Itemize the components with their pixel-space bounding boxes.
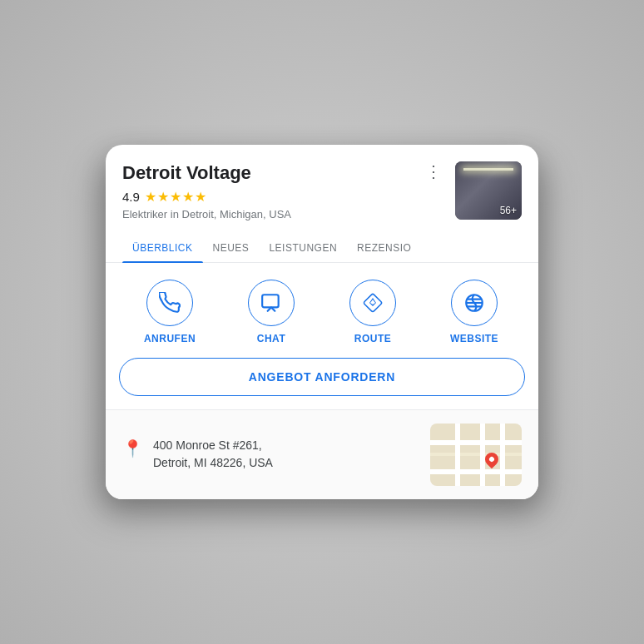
cta-button[interactable]: ANGEBOT ANFORDERN	[119, 358, 525, 396]
card-header: Detroit Voltage 4.9 ★ ★ ★ ★ ★ Elektriker…	[106, 145, 538, 220]
map-thumbnail[interactable]	[430, 424, 522, 486]
stars: ★ ★ ★ ★ ★	[145, 189, 206, 205]
website-icon-circle	[451, 280, 498, 326]
tab-rezensionen[interactable]: REZENSIO	[347, 234, 421, 262]
tab-neues[interactable]: NEUES	[203, 234, 260, 262]
chat-icon-circle	[248, 280, 295, 326]
address-section: 📍 400 Monroe St #261, Detroit, MI 48226,…	[106, 409, 538, 499]
call-label: ANRUFEN	[144, 333, 196, 344]
svg-rect-0	[262, 295, 279, 307]
page-background: Detroit Voltage 4.9 ★ ★ ★ ★ ★ Elektriker…	[0, 0, 644, 644]
star-half: ★	[195, 189, 206, 205]
business-image[interactable]: 56+	[455, 161, 522, 220]
map-road	[500, 424, 505, 486]
more-options-icon[interactable]: ⋮	[419, 163, 445, 180]
star-1: ★	[145, 189, 156, 205]
star-3: ★	[170, 189, 181, 205]
chat-button[interactable]: CHAT	[242, 280, 300, 344]
address-line1: 400 Monroe St #261,	[153, 438, 262, 452]
rating-row: 4.9 ★ ★ ★ ★ ★	[122, 189, 419, 205]
tab-leistungen[interactable]: LEISTUNGEN	[259, 234, 347, 262]
map-road	[430, 469, 522, 474]
map-road	[455, 424, 460, 486]
category-text: Elektriker in Detroit, Michigan, USA	[122, 208, 419, 220]
star-2: ★	[157, 189, 169, 205]
address-text: 400 Monroe St #261, Detroit, MI 48226, U…	[153, 437, 273, 472]
star-4: ★	[182, 189, 194, 205]
map-pin-dot	[488, 456, 495, 463]
card-wrapper: Detroit Voltage 4.9 ★ ★ ★ ★ ★ Elektriker…	[106, 145, 538, 499]
route-label: ROUTE	[354, 333, 392, 344]
call-icon-circle	[146, 280, 193, 326]
location-pin-icon: 📍	[122, 438, 143, 458]
tab-ueberblick[interactable]: ÜBERBLICK	[122, 234, 203, 262]
map-road	[430, 440, 522, 445]
map-pin	[485, 453, 498, 469]
phone-icon	[159, 292, 181, 314]
business-card: Detroit Voltage 4.9 ★ ★ ★ ★ ★ Elektriker…	[106, 145, 538, 499]
chat-label: CHAT	[257, 333, 285, 344]
map-road	[430, 453, 522, 456]
address-left: 📍 400 Monroe St #261, Detroit, MI 48226,…	[122, 437, 273, 472]
website-icon	[463, 292, 485, 314]
address-line2: Detroit, MI 48226, USA	[153, 456, 273, 469]
cta-section: ANGEBOT ANFORDERN	[106, 358, 538, 409]
map-background	[430, 424, 522, 486]
map-pin-circle	[483, 449, 502, 468]
route-button[interactable]: ROUTE	[344, 280, 402, 344]
tabs-bar: ÜBERBLICK NEUES LEISTUNGEN REZENSIO	[106, 234, 538, 263]
website-label: WEBSITE	[450, 333, 498, 344]
rating-number: 4.9	[122, 190, 140, 204]
call-button[interactable]: ANRUFEN	[141, 280, 199, 344]
chat-icon	[260, 292, 282, 314]
header-info: Detroit Voltage 4.9 ★ ★ ★ ★ ★ Elektriker…	[122, 161, 419, 220]
website-button[interactable]: WEBSITE	[445, 280, 503, 344]
business-name: Detroit Voltage	[122, 161, 419, 186]
route-icon-circle	[349, 280, 396, 326]
image-count: 56+	[500, 205, 517, 216]
action-buttons: ANRUFEN CHAT ROUT	[106, 263, 538, 358]
